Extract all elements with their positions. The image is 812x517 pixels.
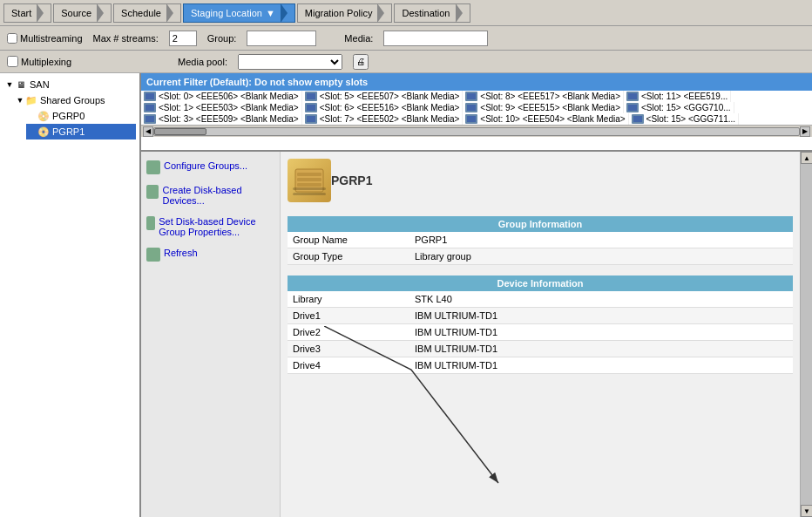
disk-image: [288, 159, 331, 202]
tape-icon-0-3: [626, 92, 639, 101]
drive2-value: IBM ULTRIUM-TD1: [409, 324, 793, 341]
slot-item-0-1[interactable]: <Slot: 5> <EEE507> <Blank Media>: [302, 91, 464, 102]
set-properties-action[interactable]: Set Disk-based Device Group Properties..…: [145, 214, 276, 239]
tree-expand-san[interactable]: ▼: [5, 80, 14, 89]
group-type-label: Group Type: [288, 248, 409, 265]
multistreaming-checkbox[interactable]: [7, 33, 17, 44]
tape-icon-2-2: [465, 114, 477, 124]
drive1-row: Drive1 IBM ULTRIUM-TD1: [288, 308, 793, 324]
options-row-1: Multistreaming Max # streams: Group: PGR…: [0, 26, 812, 51]
media-pool-label: Media pool:: [178, 57, 227, 67]
step-source[interactable]: Source: [53, 3, 112, 23]
step-schedule[interactable]: Schedule: [113, 3, 181, 23]
slot-item-1-1[interactable]: <Slot: 6> <EEE516> <Blank Media>: [302, 102, 464, 113]
group-input[interactable]: PGRP1: [247, 31, 316, 46]
group-info-section: Group Information Group Name PGRP1 Group…: [288, 216, 793, 265]
detail-panel: PGRP1: [281, 152, 800, 517]
slot-item-2-3[interactable]: <Slot: 15> <GGG711...: [629, 113, 740, 125]
slot-item-2-1[interactable]: <Slot: 7> <EEE502> <Blank Media>: [302, 113, 464, 125]
step-migration-policy[interactable]: Migration Policy: [297, 3, 393, 23]
library-value: STK L40: [409, 291, 793, 308]
tree-expand-shared-groups[interactable]: ▼: [16, 96, 24, 105]
library-row: Library STK L40: [288, 291, 793, 308]
group-type-row: Group Type Library group: [288, 248, 793, 265]
tree-item-pgrp0[interactable]: 📀 PGRP0: [26, 108, 136, 124]
vertical-scrollbar[interactable]: ▲ ▼: [800, 152, 812, 517]
step-destination[interactable]: Destination: [394, 3, 470, 23]
right-panel: Current Filter (Default): Do not show em…: [141, 73, 812, 517]
max-streams-input[interactable]: [169, 31, 197, 46]
multiplexing-label: Multiplexing: [7, 56, 71, 67]
slot-item-0-0[interactable]: <Slot: 0> <EEE506> <Blank Media>: [141, 91, 302, 102]
drive4-value: IBM ULTRIUM-TD1: [409, 357, 793, 374]
refresh-icon: [146, 248, 160, 262]
hscroll-left-btn[interactable]: ◀: [143, 126, 153, 137]
tape-icon-1-3: [626, 103, 639, 112]
vscroll-track[interactable]: [801, 164, 812, 505]
configure-groups-action[interactable]: Configure Groups...: [145, 159, 276, 176]
slots-content: <Slot: 0> <EEE506> <Blank Media> <Slot: …: [141, 91, 812, 125]
options-row-2: Multiplexing Media pool: 🖨: [0, 51, 812, 73]
tape-icon-1-2: [465, 103, 477, 112]
multiplexing-checkbox[interactable]: [7, 56, 18, 67]
tree-item-shared-groups[interactable]: ▼ 📁 Shared Groups: [14, 92, 136, 108]
group-title: PGRP1: [331, 173, 372, 187]
pgrp0-icon: 📀: [37, 109, 51, 123]
group-name-label: Group Name: [288, 232, 409, 248]
media-input[interactable]: *: [383, 31, 488, 46]
toolbar: Start Source Schedule Staging Location ▼…: [0, 0, 812, 26]
svg-rect-1: [297, 173, 321, 176]
drive2-label: Drive2: [288, 324, 409, 341]
slots-grid: <Slot: 0> <EEE506> <Blank Media> <Slot: …: [141, 91, 812, 152]
group-name-value: PGRP1: [409, 232, 793, 248]
slot-item-1-0[interactable]: <Slot: 1> <EEE503> <Blank Media>: [141, 102, 302, 113]
hscroll-thumb[interactable]: [154, 128, 206, 135]
step-start-arrow: [37, 3, 44, 23]
step-source-arrow: [97, 3, 104, 23]
configure-icon: [146, 160, 160, 174]
slot-item-0-3[interactable]: <Slot: 11> <EEE519...: [624, 91, 731, 102]
drive3-row: Drive3 IBM ULTRIUM-TD1: [288, 341, 793, 357]
hscroll-track[interactable]: [153, 127, 800, 136]
group-info-table: Group Information Group Name PGRP1 Group…: [288, 216, 793, 265]
svg-rect-3: [297, 183, 321, 187]
tape-icon-2-1: [305, 114, 317, 124]
media-pool-select[interactable]: [238, 54, 342, 70]
tree-expand-pgrp0: [28, 112, 37, 120]
media-label: Media:: [344, 33, 373, 44]
create-disk-based-action[interactable]: Create Disk-based Devices...: [145, 183, 276, 207]
vscroll-down-btn[interactable]: ▼: [801, 505, 812, 517]
shared-groups-icon: 📁: [24, 93, 38, 107]
slots-scrollbar[interactable]: ◀ ▶: [141, 125, 812, 137]
refresh-action[interactable]: Refresh: [145, 246, 276, 263]
properties-icon: [146, 216, 155, 230]
vscroll-up-btn[interactable]: ▲: [801, 152, 812, 164]
max-streams-label: Max # streams:: [93, 33, 159, 44]
slot-item-2-2[interactable]: <Slot: 10> <EEE504> <Blank Media>: [463, 113, 628, 125]
tree-item-pgrp1[interactable]: 📀 PGRP1: [26, 124, 136, 139]
slot-item-1-2[interactable]: <Slot: 9> <EEE515> <Blank Media>: [463, 102, 624, 113]
tree-item-san[interactable]: ▼ 🖥 SAN: [3, 77, 136, 92]
slots-row-0: <Slot: 0> <EEE506> <Blank Media> <Slot: …: [141, 91, 812, 102]
slots-row-1: <Slot: 1> <EEE503> <Blank Media> <Slot: …: [141, 102, 812, 113]
device-info-table: Device Information Library STK L40 Drive…: [288, 276, 793, 374]
drive4-row: Drive4 IBM ULTRIUM-TD1: [288, 357, 793, 374]
slots-row-2: <Slot: 3> <EEE509> <Blank Media> <Slot: …: [141, 113, 812, 125]
step-schedule-arrow: [166, 3, 173, 23]
device-info-header: Device Information: [288, 276, 793, 291]
group-label: Group:: [207, 33, 237, 44]
pgrp1-icon: 📀: [37, 125, 51, 139]
step-start[interactable]: Start: [3, 3, 51, 23]
create-icon: [146, 185, 159, 199]
slot-item-2-0[interactable]: <Slot: 3> <EEE509> <Blank Media>: [141, 113, 302, 125]
drive3-value: IBM ULTRIUM-TD1: [409, 341, 793, 357]
hscroll-right-btn[interactable]: ▶: [800, 126, 810, 137]
tape-icon-2-3: [632, 114, 644, 124]
step-staging-arrow: [281, 3, 288, 23]
tape-icon-0-1: [305, 92, 317, 101]
media-pool-browse-button[interactable]: 🖨: [353, 54, 369, 70]
step-staging-location[interactable]: Staging Location ▼: [183, 3, 295, 23]
slot-item-0-2[interactable]: <Slot: 8> <EEE517> <Blank Media>: [463, 91, 624, 102]
group-header: PGRP1: [288, 159, 793, 202]
slot-item-1-3[interactable]: <Slot: 15> <GGG710...: [624, 102, 734, 113]
